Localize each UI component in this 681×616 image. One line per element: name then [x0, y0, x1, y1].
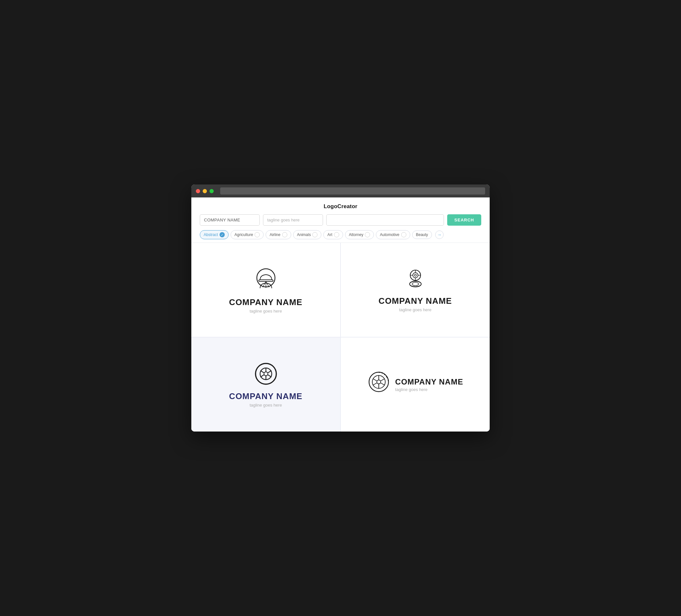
svg-line-30 — [381, 383, 385, 385]
logo-icon-4 — [368, 370, 390, 393]
filter-abstract[interactable]: Abstract ✓ — [200, 230, 229, 239]
svg-point-8 — [414, 274, 417, 276]
extra-input[interactable] — [326, 214, 444, 226]
svg-line-21 — [268, 375, 272, 377]
minimize-button[interactable] — [203, 189, 207, 193]
logo-card-3[interactable]: COMPANY NAME tagline goes here — [191, 337, 340, 432]
logo-company-name-3: COMPANY NAME — [229, 391, 302, 401]
filter-agriculture[interactable]: Agriculture — [231, 230, 263, 239]
logo-tagline-1: tagline goes here — [250, 309, 282, 313]
logo-card-2[interactable]: COMPANY NAME tagline goes here — [341, 243, 490, 337]
filter-art-label: Art — [327, 232, 332, 237]
logo-inline-4: COMPANY NAME tagline goes here — [368, 370, 463, 399]
app-title: LogoCreator — [191, 198, 490, 214]
close-button[interactable] — [196, 189, 200, 193]
logo-company-name-1: COMPANY NAME — [229, 297, 302, 307]
filter-airline-label: Airline — [270, 232, 280, 237]
logo-tagline-2: tagline goes here — [399, 307, 432, 312]
filter-agriculture-check — [255, 232, 260, 237]
filter-attorney[interactable]: Attorney — [345, 230, 374, 239]
filter-airline[interactable]: Airline — [266, 230, 291, 239]
logo-company-name-2: COMPANY NAME — [378, 296, 452, 306]
svg-line-23 — [260, 375, 264, 377]
filter-art-check — [334, 232, 339, 237]
svg-point-15 — [255, 363, 276, 384]
filter-animals-label: Animals — [297, 232, 311, 237]
svg-point-13 — [409, 281, 421, 287]
svg-point-26 — [377, 380, 381, 384]
filter-beauty-label: Beauty — [416, 232, 428, 237]
logo-grid: COMPANY NAME tagline goes here — [191, 243, 490, 432]
filter-attorney-check — [365, 232, 370, 237]
svg-line-31 — [381, 379, 385, 381]
browser-window: LogoCreator SEARCH Abstract ✓ Agricultur… — [191, 184, 490, 432]
browser-titlebar — [191, 184, 490, 198]
logo-icon-2 — [404, 267, 427, 291]
filter-art[interactable]: Art — [323, 230, 343, 239]
search-button[interactable]: SEARCH — [447, 214, 481, 226]
filter-animals-check — [312, 232, 318, 237]
filter-bar: Abstract ✓ Agriculture Airline Animals A… — [191, 230, 490, 243]
logo-text-group-4: COMPANY NAME tagline goes here — [395, 377, 463, 392]
logo-card-4[interactable]: COMPANY NAME tagline goes here — [341, 337, 490, 432]
svg-line-29 — [373, 379, 377, 381]
search-bar: SEARCH — [191, 214, 490, 230]
filter-automotive-label: Automotive — [380, 232, 399, 237]
filter-airline-check — [282, 232, 287, 237]
filter-attorney-label: Attorney — [349, 232, 363, 237]
svg-point-7 — [413, 273, 418, 278]
app-content: LogoCreator SEARCH Abstract ✓ Agricultur… — [191, 198, 490, 432]
tagline-input[interactable] — [263, 214, 323, 226]
filter-automotive-check — [401, 232, 406, 237]
filter-next-arrow[interactable]: → — [435, 231, 444, 239]
filter-abstract-check: ✓ — [220, 232, 225, 237]
logo-icon-1 — [253, 266, 279, 292]
svg-point-17 — [264, 372, 268, 376]
logo-tagline-4: tagline goes here — [395, 387, 463, 392]
logo-card-1[interactable]: COMPANY NAME tagline goes here — [191, 243, 340, 337]
svg-line-32 — [373, 383, 377, 385]
logo-company-name-4: COMPANY NAME — [395, 377, 463, 386]
logo-tagline-3: tagline goes here — [250, 403, 282, 408]
svg-line-22 — [268, 370, 272, 373]
maximize-button[interactable] — [209, 189, 214, 193]
filter-animals[interactable]: Animals — [293, 230, 322, 239]
filter-agriculture-label: Agriculture — [234, 232, 253, 237]
company-name-input[interactable] — [200, 214, 260, 226]
svg-line-20 — [260, 370, 264, 373]
filter-automotive[interactable]: Automotive — [376, 230, 410, 239]
address-bar[interactable] — [220, 187, 485, 195]
logo-icon-3 — [254, 361, 278, 386]
filter-abstract-label: Abstract — [204, 232, 218, 237]
filter-beauty[interactable]: Beauty — [412, 231, 432, 239]
svg-point-14 — [412, 282, 419, 286]
